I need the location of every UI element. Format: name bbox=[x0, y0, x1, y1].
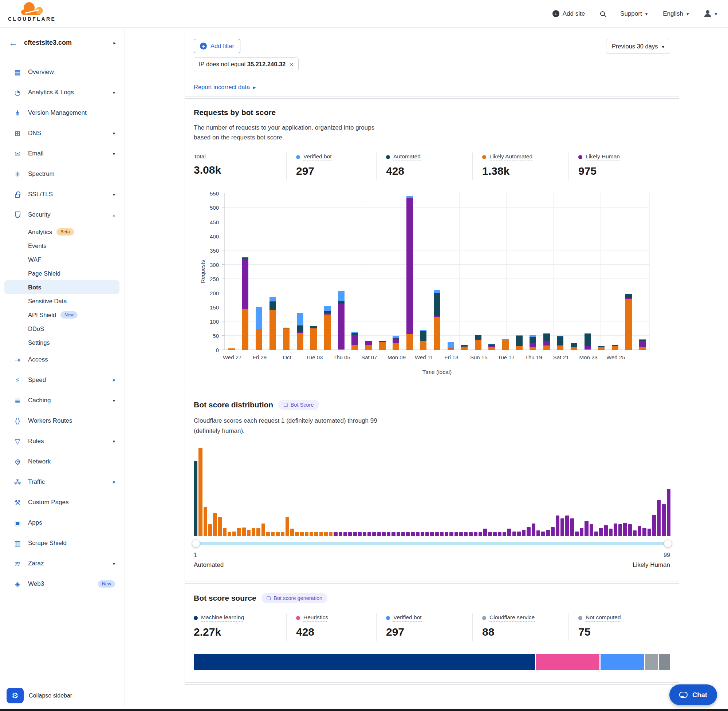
source-segment-not-computed[interactable] bbox=[659, 654, 670, 670]
sidebar-item-overview[interactable]: ▤Overview bbox=[0, 62, 124, 82]
account-menu[interactable] bbox=[704, 10, 717, 18]
sidebar-item-analytics[interactable]: AnalyticsBeta bbox=[0, 225, 120, 239]
slider-handle-min[interactable] bbox=[192, 540, 200, 547]
support-menu[interactable]: Support bbox=[620, 10, 648, 18]
chat-button[interactable]: Chat bbox=[669, 684, 717, 705]
stat-label[interactable]: Likely Human bbox=[586, 153, 620, 161]
sidebar-item-security[interactable]: Security bbox=[0, 205, 124, 225]
stacked-bar[interactable] bbox=[488, 193, 495, 350]
stacked-bar[interactable] bbox=[269, 193, 276, 350]
gear-button[interactable] bbox=[7, 688, 24, 704]
stacked-bar[interactable] bbox=[420, 193, 427, 350]
sidebar-item-workers-routes[interactable]: ⟨⟩Workers Routes bbox=[0, 411, 124, 431]
stacked-bar[interactable] bbox=[324, 193, 331, 350]
bot-score-generation-badge[interactable]: Bot score generation bbox=[261, 593, 328, 603]
stacked-bar[interactable] bbox=[516, 193, 523, 350]
stat-label[interactable]: Verified bot bbox=[393, 614, 422, 622]
stat-label[interactable]: Likely Automated bbox=[489, 153, 532, 161]
sidebar-item-version-management[interactable]: ⋔Version Management bbox=[0, 103, 124, 123]
sidebar-item-spectrum[interactable]: ✳Spectrum bbox=[0, 164, 124, 184]
slider-track[interactable] bbox=[194, 542, 670, 545]
sidebar-item-rules[interactable]: ▽Rules bbox=[0, 431, 124, 451]
report-incorrect-data-link[interactable]: Report incorrect data bbox=[185, 78, 679, 96]
stacked-bar[interactable] bbox=[255, 193, 262, 350]
sidebar-item-scrape-shield[interactable]: ▥Scrape Shield bbox=[0, 533, 124, 553]
sidebar-item-bots[interactable]: Bots bbox=[4, 280, 120, 294]
sidebar-item-zaraz[interactable]: ≋Zaraz bbox=[0, 553, 124, 574]
sidebar-item-speed[interactable]: ⚡Speed bbox=[0, 370, 124, 390]
stat-label[interactable]: Cloudflare service bbox=[489, 614, 535, 622]
stacked-bar[interactable] bbox=[283, 193, 289, 350]
chevron-right-icon[interactable]: ▸ bbox=[113, 40, 116, 46]
bar-segment-likely_automated bbox=[585, 349, 591, 350]
sidebar-item-web3[interactable]: ◈Web3New bbox=[0, 574, 124, 594]
stacked-bar[interactable] bbox=[338, 193, 344, 350]
stat-label[interactable]: Not computed bbox=[586, 614, 621, 622]
stat-label[interactable]: Machine learning bbox=[201, 614, 244, 622]
sidebar-item-dns[interactable]: ⊞DNS bbox=[0, 123, 124, 143]
sidebar-item-email[interactable]: ✉Email bbox=[0, 143, 124, 164]
bot-score-badge[interactable]: Bot Score bbox=[278, 400, 319, 410]
sidebar-item-events[interactable]: Events bbox=[0, 239, 120, 253]
add-filter-button[interactable]: Add filter bbox=[194, 39, 240, 53]
stacked-bar[interactable] bbox=[475, 193, 481, 350]
stacked-bar[interactable] bbox=[393, 193, 399, 350]
sidebar-item-settings[interactable]: Settings bbox=[0, 336, 120, 350]
sidebar-item-network[interactable]: Network bbox=[0, 451, 124, 472]
source-segment-heuristics[interactable] bbox=[536, 654, 601, 670]
stacked-bar[interactable] bbox=[639, 193, 646, 350]
stacked-bar[interactable] bbox=[447, 193, 454, 350]
sidebar-item-ddos[interactable]: DDoS bbox=[0, 322, 120, 336]
stacked-bar[interactable] bbox=[365, 193, 372, 350]
stat-label[interactable]: Automated bbox=[393, 153, 421, 161]
stacked-bar[interactable] bbox=[543, 193, 550, 350]
stacked-bar[interactable] bbox=[571, 193, 577, 350]
stacked-bar[interactable] bbox=[598, 193, 604, 350]
stacked-bar[interactable] bbox=[612, 193, 619, 350]
stacked-bar[interactable] bbox=[351, 193, 358, 350]
add-site-button[interactable]: Add site bbox=[552, 10, 585, 18]
sidebar-item-caching[interactable]: ≣Caching bbox=[0, 390, 124, 411]
stacked-bar[interactable] bbox=[557, 193, 563, 350]
stacked-bar[interactable] bbox=[242, 193, 248, 350]
site-selector[interactable]: ← cftestsite3.com ▸ bbox=[0, 28, 124, 58]
source-segment-verified-bot[interactable] bbox=[601, 654, 645, 670]
date-range-dropdown[interactable]: Previous 30 days bbox=[606, 39, 670, 54]
collapse-sidebar[interactable]: Collapse sidebar bbox=[0, 682, 124, 709]
stacked-bar[interactable] bbox=[461, 193, 468, 350]
close-icon[interactable] bbox=[289, 61, 294, 68]
histogram-bar-score-53 bbox=[444, 532, 448, 536]
stacked-bar[interactable] bbox=[228, 193, 235, 350]
language-menu[interactable]: English bbox=[663, 10, 689, 18]
bar-slot bbox=[403, 193, 416, 350]
search-button[interactable] bbox=[600, 11, 605, 16]
stacked-bar[interactable] bbox=[502, 193, 509, 350]
source-segment-cloudflare-service[interactable] bbox=[645, 654, 659, 670]
stat-label[interactable]: Verified bot bbox=[303, 153, 332, 161]
stacked-bar[interactable] bbox=[585, 193, 591, 350]
sidebar-item-api-shield[interactable]: API ShieldNew bbox=[0, 308, 120, 322]
sidebar-item-sensitive-data[interactable]: Sensitive Data bbox=[0, 294, 120, 308]
slider-handle-max[interactable] bbox=[664, 540, 672, 547]
filter-chip[interactable]: IP does not equal 35.212.240.32 bbox=[194, 57, 298, 71]
stacked-bar[interactable] bbox=[406, 193, 413, 350]
stacked-bar[interactable] bbox=[434, 193, 440, 350]
stacked-bar[interactable] bbox=[310, 193, 317, 350]
cloudflare-logo[interactable]: CLOUDFLARE bbox=[8, 6, 56, 22]
y-axis-label: Requests bbox=[199, 260, 206, 283]
sidebar-item-ssl-tls[interactable]: SSL/TLS bbox=[0, 184, 124, 205]
stacked-bar[interactable] bbox=[530, 193, 536, 350]
sidebar-item-apps[interactable]: ▣Apps bbox=[0, 513, 124, 533]
sidebar-item-page-shield[interactable]: Page Shield bbox=[0, 267, 120, 280]
stacked-bar[interactable] bbox=[379, 193, 386, 350]
sidebar-item-waf[interactable]: WAF bbox=[0, 253, 120, 267]
sidebar-item-custom-pages[interactable]: ⚒Custom Pages bbox=[0, 492, 124, 513]
stat-label[interactable]: Heuristics bbox=[303, 614, 328, 622]
stacked-bar[interactable] bbox=[297, 193, 303, 350]
sidebar-item-traffic[interactable]: ⁂Traffic bbox=[0, 472, 124, 492]
back-arrow-icon[interactable]: ← bbox=[9, 38, 18, 48]
source-segment-machine-learning[interactable] bbox=[194, 654, 536, 670]
stacked-bar[interactable] bbox=[625, 193, 632, 350]
sidebar-item-access[interactable]: ⇥Access bbox=[0, 350, 124, 370]
sidebar-item-analytics-logs[interactable]: ◔Analytics & Logs bbox=[0, 82, 124, 103]
